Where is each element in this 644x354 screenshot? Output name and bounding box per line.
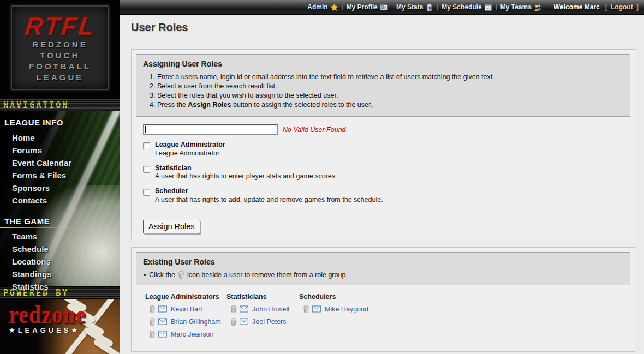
sidebar-item-forums[interactable]: Forums — [0, 144, 120, 157]
topbar-item-my-stats[interactable]: My Stats — [396, 3, 433, 11]
no-valid-user-message: No Valid User Found — [283, 126, 346, 134]
remove-user-icon[interactable] — [149, 331, 156, 338]
topbar-item-label: Admin — [307, 3, 327, 11]
remove-user-icon[interactable] — [303, 305, 309, 313]
user-row: Mike Haygood — [299, 305, 368, 313]
assign-roles-instructions-box: Assigning User Roles Enter a users name,… — [136, 54, 630, 117]
role-groups: League Administrators Kevin Bart Brian G… — [136, 285, 630, 347]
role-description: League Administrator. — [155, 149, 225, 157]
sidebar-item-sponsors[interactable]: Sponsors — [0, 182, 120, 194]
topbar-item-label: My Stats — [396, 3, 423, 11]
topbar-item-my-profile[interactable]: My Profile — [347, 3, 388, 11]
email-user-icon[interactable] — [158, 305, 167, 313]
sidebar-item-statistics[interactable]: Statistics — [0, 280, 120, 293]
user-row: Kevin Bart — [145, 305, 226, 313]
league-logo-area: RTFL REDZONE TOUCH FOOTBALL LEAGUE — [0, 0, 120, 99]
email-user-icon[interactable] — [240, 305, 248, 313]
calculator-icon — [425, 3, 433, 11]
user-link[interactable]: Brian Gillingham — [171, 318, 221, 326]
group-icon — [534, 3, 542, 11]
sidebar-item-teams[interactable]: Teams — [0, 230, 120, 243]
topbar-separator — [392, 4, 392, 10]
user-search-input-wrap — [143, 124, 278, 135]
assign-roles-heading: Assigning User Roles — [143, 59, 623, 68]
nav-section-title: LEAGUE INFO — [0, 115, 120, 129]
email-user-icon[interactable] — [312, 305, 321, 313]
existing-roles-panel: Existing User Roles Click the icon besid… — [131, 247, 635, 352]
league-administrator-checkbox[interactable] — [143, 142, 150, 149]
role-name: Scheduler — [155, 188, 383, 195]
navigation-led-text: NAVIGATION — [3, 100, 69, 110]
sidebar: RTFL REDZONE TOUCH FOOTBALL LEAGUE NAVIG… — [0, 0, 120, 354]
assign-roles-button[interactable]: Assign Roles — [143, 220, 200, 233]
existing-roles-heading: Existing User Roles — [143, 257, 623, 266]
content-column: Admin My Profile My Stats — [120, 0, 644, 354]
sidebar-item-forms-files[interactable]: Forms & Files — [0, 169, 120, 182]
sidebar-item-locations[interactable]: Locations — [0, 255, 120, 268]
sidebar-item-contacts[interactable]: Contacts — [0, 194, 120, 207]
rtfl-logo-acronym: RTFL — [23, 14, 97, 39]
redzone-logo-text: redzone — [9, 302, 120, 327]
nav-section-the-game: THE GAME Teams Schedule Locations Standi… — [0, 213, 120, 293]
hint-text: icon beside a user to remove them from a… — [187, 271, 348, 279]
user-link[interactable]: Joel Peters — [252, 318, 287, 326]
rtfl-logo-line: REDZONE — [32, 39, 87, 50]
text-caret — [145, 126, 146, 133]
instruction-list: Enter a users name, login id or email ad… — [157, 73, 623, 109]
rtfl-logo-line: LEAGUE — [37, 72, 84, 82]
welcome-message: Welcome Marc — [554, 3, 600, 11]
remove-user-icon[interactable] — [230, 305, 237, 313]
topbar-item-my-schedule[interactable]: My Schedule — [442, 3, 492, 11]
logout-link[interactable]: Logout — [611, 3, 633, 11]
email-user-icon[interactable] — [240, 318, 248, 325]
user-link[interactable]: Kevin Bart — [171, 305, 202, 313]
user-row: Marc Jeanson — [145, 331, 226, 338]
role-option-statistician: Statistician A user that has rights to e… — [143, 165, 630, 181]
scheduler-checkbox[interactable] — [143, 189, 150, 196]
topbar-item-my-teams[interactable]: My Teams — [500, 3, 542, 11]
bullet-icon — [144, 274, 146, 276]
topbar-item-label: My Schedule — [442, 3, 481, 11]
email-user-icon[interactable] — [158, 318, 167, 325]
group-title: League Administrators — [145, 293, 226, 301]
topbar-separator — [496, 4, 497, 10]
nav-gap — [0, 207, 120, 213]
page-title: User Roles — [131, 21, 635, 39]
user-link[interactable]: Marc Jeanson — [171, 331, 214, 338]
nav-underline — [0, 129, 87, 129]
user-link[interactable]: John Howell — [252, 305, 289, 313]
rtfl-logo-line: FOOTBALL — [29, 61, 91, 71]
role-name: Statistician — [155, 165, 337, 172]
navigation-led-banner: NAVIGATION — [0, 99, 120, 111]
remove-user-icon[interactable] — [149, 318, 156, 326]
group-statisticians: Statisticians John Howell Joel Peters — [226, 293, 299, 338]
statistician-checkbox[interactable] — [143, 166, 150, 173]
user-row: Joel Peters — [226, 318, 299, 326]
vcard-icon — [380, 3, 388, 11]
user-search-input[interactable] — [143, 124, 278, 135]
sidebar-item-standings[interactable]: Standings — [0, 268, 120, 280]
sidebar-menu: LEAGUE INFO Home Forums Event Calendar F… — [0, 111, 120, 286]
trash-bin-icon — [178, 271, 184, 279]
remove-user-icon[interactable] — [230, 318, 237, 326]
logout-bracket: [ — [605, 3, 607, 11]
nav-section-title: THE GAME — [0, 213, 120, 227]
sidebar-item-schedule[interactable]: Schedule — [0, 243, 120, 255]
topbar-item-admin[interactable]: Admin — [307, 3, 338, 11]
role-description: A user that has rights to add, update an… — [155, 196, 383, 203]
sidebar-item-home[interactable]: Home — [0, 131, 120, 144]
redzone-leagues-logo: redzone ★LEAGUES★ — [0, 299, 120, 334]
assign-roles-panel: Assigning User Roles Enter a users name,… — [131, 49, 635, 239]
remove-user-icon[interactable] — [149, 305, 156, 313]
rtfl-logo-line: TOUCH — [40, 50, 80, 61]
user-row: John Howell — [226, 305, 299, 313]
topbar: Admin My Profile My Stats — [120, 0, 644, 15]
instruction-step: Press the Assign Roles button to assign … — [157, 101, 623, 109]
sidebar-item-event-calendar[interactable]: Event Calendar — [0, 157, 120, 169]
nav-section-league-info: LEAGUE INFO Home Forums Event Calendar F… — [0, 115, 120, 207]
instruction-step: Select the roles that you wish to assign… — [157, 92, 623, 99]
email-user-icon[interactable] — [158, 331, 167, 338]
nav-underline — [0, 227, 87, 228]
user-link[interactable]: Mike Haygood — [325, 305, 368, 313]
role-option-league-administrator: League Administrator League Administrato… — [143, 141, 630, 157]
